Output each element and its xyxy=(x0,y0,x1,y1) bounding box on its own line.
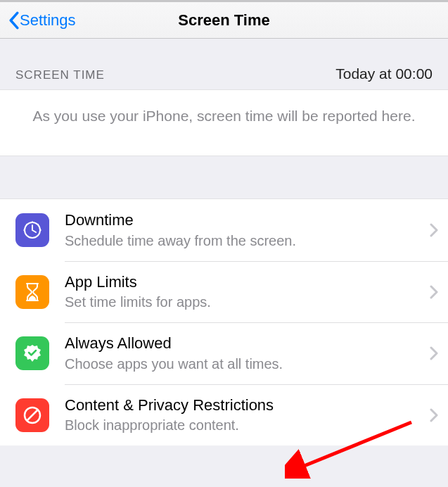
page-title: Screen Time xyxy=(178,11,269,30)
row-downtime[interactable]: Downtime Schedule time away from the scr… xyxy=(0,199,448,261)
summary-header: SCREEN TIME Today at 00:00 xyxy=(0,60,448,89)
row-subtitle: Schedule time away from the screen. xyxy=(65,232,424,250)
chevron-left-icon xyxy=(8,11,20,30)
clock-icon xyxy=(15,213,49,247)
summary-header-label: SCREEN TIME xyxy=(15,68,105,82)
nav-bar: Settings Screen Time xyxy=(0,2,448,39)
chevron-right-icon xyxy=(430,408,438,422)
summary-empty-text: As you use your iPhone, screen time will… xyxy=(33,108,416,124)
chevron-right-icon xyxy=(430,285,438,299)
row-title: Always Allowed xyxy=(65,334,424,353)
summary-header-time: Today at 00:00 xyxy=(335,65,433,82)
row-app-limits[interactable]: App Limits Set time limits for apps. xyxy=(0,261,448,323)
chevron-right-icon xyxy=(430,346,438,360)
no-entry-icon xyxy=(15,398,49,432)
row-title: Downtime xyxy=(65,210,424,230)
summary-empty-state: As you use your iPhone, screen time will… xyxy=(0,89,448,156)
row-always-allowed[interactable]: Always Allowed Choose apps you want at a… xyxy=(0,322,448,384)
row-content-privacy[interactable]: Content & Privacy Restrictions Block ina… xyxy=(0,384,448,446)
row-title: App Limits xyxy=(65,272,424,292)
settings-list: Downtime Schedule time away from the scr… xyxy=(0,198,448,445)
row-subtitle: Block inappropriate content. xyxy=(65,416,424,434)
row-title: Content & Privacy Restrictions xyxy=(65,396,424,415)
hourglass-icon xyxy=(15,275,49,309)
chevron-right-icon xyxy=(430,223,438,237)
svg-line-5 xyxy=(26,224,27,224)
back-button[interactable]: Settings xyxy=(8,11,76,30)
row-subtitle: Choose apps you want at all times. xyxy=(65,355,424,373)
back-label: Settings xyxy=(20,11,76,30)
check-badge-icon xyxy=(15,336,49,370)
row-subtitle: Set time limits for apps. xyxy=(65,293,424,311)
svg-line-7 xyxy=(27,410,38,421)
svg-line-4 xyxy=(38,224,39,224)
